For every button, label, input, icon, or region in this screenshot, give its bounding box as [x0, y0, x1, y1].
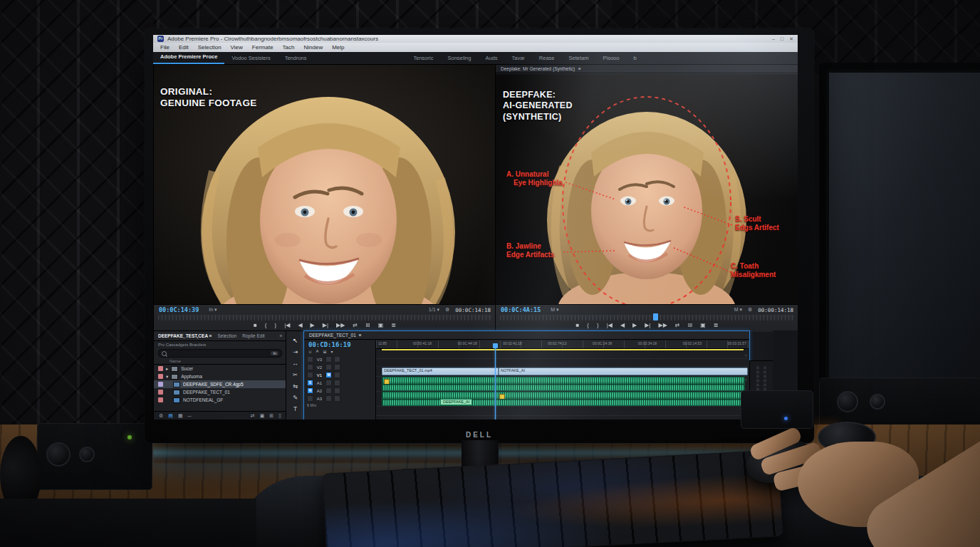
menu-fermate[interactable]: Fermate [252, 44, 273, 51]
timeline-ruler[interactable]: 11:8500:50:41:18 00:0C:44:1800:02:41:18 … [376, 340, 749, 349]
zoom-level-dropdown[interactable]: M ▾ [734, 307, 742, 313]
playhead-line[interactable] [495, 348, 496, 420]
razor-tool-icon[interactable]: ✂ [293, 371, 298, 378]
source-patch-badge[interactable]: M [325, 372, 332, 378]
trash-icon[interactable]: ▯ [278, 413, 281, 419]
track-header-v2[interactable]: V2 [304, 363, 375, 371]
loop-icon[interactable]: ⇄ [675, 322, 680, 328]
zoom-slider[interactable]: ─ [188, 414, 192, 419]
markers-icon[interactable]: ⊞ [323, 349, 326, 354]
mark-in-icon[interactable]: { [587, 322, 589, 328]
project-search[interactable]: In [158, 349, 282, 358]
video-clip[interactable]: NOTFAKE_AI [499, 368, 748, 375]
step-forward-icon[interactable]: ▶| [645, 322, 650, 328]
project-item-clip[interactable]: DEEPFAKE_TECT_01 [154, 388, 286, 396]
track-a1-lane[interactable] [376, 377, 749, 392]
device-knob[interactable] [870, 394, 885, 410]
menu-melp[interactable]: Melp [332, 44, 344, 51]
zoom-level-dropdown[interactable]: 1/1 ▾ [429, 307, 439, 313]
new-bin-icon[interactable]: ▣ [260, 413, 265, 419]
play-icon[interactable]: ▶ [311, 322, 315, 328]
source-patch-badge[interactable]: N [307, 387, 313, 394]
workspace-tab[interactable]: Auds [478, 53, 504, 64]
scroll-dot-icon[interactable]: ○ [744, 377, 747, 382]
audio-interface-knob[interactable] [79, 447, 95, 462]
go-to-out-icon[interactable]: ▶▶ [336, 322, 345, 328]
insert-icon[interactable]: ▣ [378, 322, 384, 328]
scroll-dot-icon[interactable]: ○ [744, 353, 747, 358]
thumbnail-view-icon[interactable]: ▦ [178, 413, 183, 419]
snap-icon[interactable]: ∪ [308, 349, 311, 354]
workspace-tab[interactable]: Vodoo Sesisters [224, 53, 277, 64]
track-header-a3[interactable]: A3 [304, 395, 375, 402]
menu-selection[interactable]: Selection [198, 44, 221, 51]
close-button[interactable]: ✕ [789, 36, 793, 42]
linked-selection-icon[interactable]: A [316, 349, 318, 354]
timeline-tab[interactable]: DEEPFAKE_TECT_01≡ [304, 331, 749, 340]
track-v2-lane[interactable] [376, 359, 749, 367]
settings-wrench-icon[interactable]: ⚙ [748, 307, 752, 313]
audio-interface-knob[interactable] [46, 442, 71, 467]
mark-out-icon[interactable]: } [275, 322, 277, 328]
export-frame-icon[interactable]: ⊞ [688, 322, 693, 328]
project-item-clip[interactable]: NOTDFENEAL_GF [154, 396, 286, 404]
workspace-tab[interactable]: Tavar [505, 53, 532, 64]
settings-dropdown-icon[interactable]: ▾ [330, 349, 333, 354]
overwrite-icon[interactable]: ≣ [391, 322, 396, 328]
workspace-tab[interactable]: Sonseling [440, 53, 478, 64]
selection-tool-icon[interactable]: ↖ [293, 337, 298, 344]
workspace-tab[interactable]: Setetam [562, 53, 596, 64]
track-header-a1[interactable]: S A1 [304, 379, 375, 387]
playhead-marker[interactable] [493, 343, 498, 348]
overwrite-icon[interactable]: ≣ [714, 322, 719, 328]
menu-view[interactable]: View [231, 44, 243, 51]
workspace-tab[interactable]: Tensoric [407, 53, 441, 64]
expander-icon[interactable]: ▸ [166, 366, 168, 372]
project-item-bin[interactable]: ▾ Appfuoma [154, 373, 286, 380]
workspace-tab[interactable]: Pisooo [595, 53, 626, 64]
device-knob[interactable] [837, 391, 858, 412]
ripple-edit-tool-icon[interactable]: ↔ [292, 360, 298, 367]
project-tab[interactable]: Selection [217, 333, 236, 338]
timeline-content[interactable]: 11:8500:50:41:18 00:0C:44:1800:02:41:18 … [376, 340, 749, 420]
nested-sequence-label[interactable]: DEEPFAKE_AI [440, 399, 472, 406]
go-to-out-icon[interactable]: ▶▶ [658, 322, 667, 328]
step-back-icon[interactable]: ◀ [620, 322, 625, 328]
loop-icon[interactable]: ⇄ [353, 322, 358, 328]
new-item-icon[interactable]: ⊞ [269, 413, 273, 419]
go-to-in-icon[interactable]: |◀ [607, 322, 612, 328]
list-view-icon[interactable]: ▤ [168, 413, 173, 419]
maximize-button[interactable]: □ [781, 36, 783, 42]
go-to-in-icon[interactable]: |◀ [284, 322, 290, 328]
workspace-tab[interactable]: Rease [532, 53, 562, 64]
wrench-icon[interactable]: ⚙ [159, 413, 163, 419]
workspace-tab-active[interactable]: Adobe Premiere Proce [153, 51, 224, 64]
mark-in-icon[interactable]: { [265, 322, 267, 328]
project-item-clip-selected[interactable]: DEEPFAKE_SDFE_CR.4gp5 [154, 380, 286, 388]
in-point-dropdown[interactable]: M ▾ [551, 307, 558, 313]
track-v3-lane[interactable] [376, 351, 749, 359]
step-forward-icon[interactable]: ▶| [323, 322, 328, 328]
scrubber-playhead[interactable] [653, 313, 658, 321]
track-header-v3[interactable]: V3 [304, 355, 375, 363]
source-patch-badge[interactable]: S [307, 380, 313, 386]
minimize-button[interactable]: – [772, 36, 775, 42]
program-scrubber[interactable] [500, 315, 794, 321]
in-point-dropdown[interactable]: In ▾ [209, 307, 217, 313]
slip-tool-icon[interactable]: ⇆ [293, 382, 298, 390]
project-tab[interactable]: Ropile Edit [242, 333, 264, 338]
stop-icon[interactable]: ■ [576, 322, 580, 328]
workspace-tab[interactable]: b [626, 53, 643, 64]
track-a2-lane[interactable]: DEEPFAKE_AI [376, 392, 749, 407]
automate-icon[interactable]: ⇄ [251, 413, 255, 419]
audio-clip[interactable] [382, 392, 745, 406]
track-header-v1[interactable]: V1 M [304, 371, 375, 379]
video-clip[interactable]: DEEPFAKE_TECT_01.mp4 [382, 368, 499, 375]
name-column-header[interactable]: Name [154, 358, 286, 365]
insert-icon[interactable]: ▣ [700, 322, 706, 328]
menu-tach[interactable]: Tach [283, 44, 295, 51]
mark-out-icon[interactable]: } [597, 322, 599, 328]
stop-icon[interactable]: ■ [254, 322, 257, 328]
track-v1-lane[interactable]: DEEPFAKE_TECT_01.mp4 NOTFAKE_AI [376, 367, 749, 377]
pen-tool-icon[interactable]: ✎ [293, 394, 298, 401]
